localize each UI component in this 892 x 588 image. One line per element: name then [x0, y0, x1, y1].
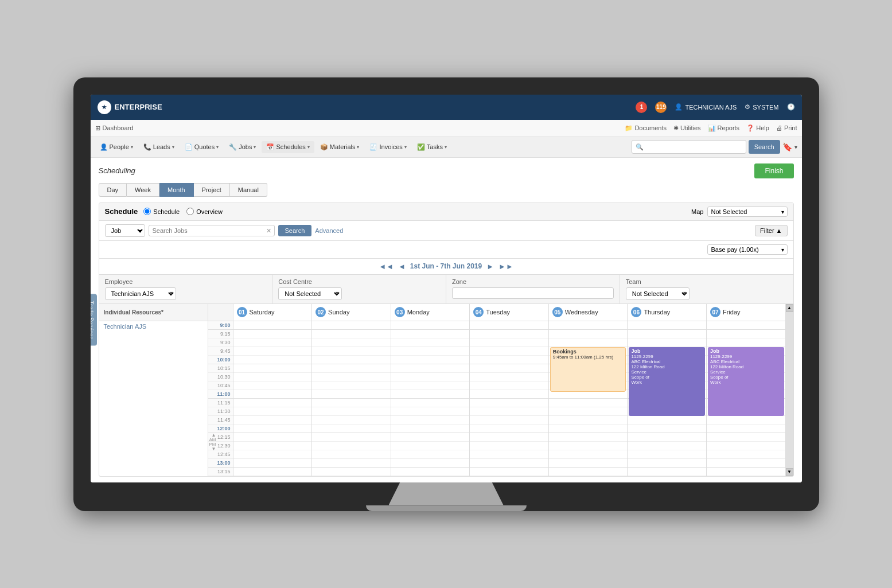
row	[233, 450, 312, 459]
scroll-track[interactable]	[786, 312, 793, 468]
tab-project[interactable]: Project	[194, 183, 230, 197]
radio-overview[interactable]: Overview	[186, 208, 223, 215]
menu-people[interactable]: 👤 People ▾	[95, 141, 138, 153]
global-search-input[interactable]	[644, 143, 742, 150]
filter-button[interactable]: Filter ▲	[755, 225, 787, 236]
bookmark-icon[interactable]: 🔖	[782, 142, 792, 151]
scroll-up[interactable]: ▲	[786, 304, 793, 312]
map-label: Map	[691, 208, 703, 215]
day-num-05: 05	[552, 307, 563, 317]
zone-filter-label: Zone	[452, 278, 614, 285]
advanced-search-link[interactable]: Advanced	[315, 227, 343, 234]
thu-job-scope: Scope of	[631, 375, 703, 380]
help-link[interactable]: ❓ Help	[746, 124, 769, 132]
team-select[interactable]: Not Selected	[626, 287, 690, 300]
map-select[interactable]: Not Selected	[707, 207, 788, 217]
clock-icon[interactable]: 🕐	[787, 103, 795, 111]
scroll-down[interactable]: ▼	[786, 468, 793, 476]
vertical-scrollbar[interactable]: ▲ ▼	[785, 304, 793, 476]
radio-schedule-input[interactable]	[143, 208, 151, 215]
job-search-input[interactable]	[149, 225, 275, 236]
schedule-toolbar: Schedule Schedule Overview	[99, 203, 793, 221]
time-slot-1315: 13:15	[208, 468, 233, 476]
menu-leads[interactable]: 📞 Leads ▾	[139, 141, 179, 153]
row	[312, 425, 391, 433]
utilities-link[interactable]: ✱ Utilities	[673, 124, 701, 132]
finish-button[interactable]: Finish	[754, 163, 793, 178]
zone-input[interactable]	[452, 287, 614, 299]
row	[391, 459, 470, 468]
tab-week[interactable]: Week	[127, 183, 159, 197]
time-slot-1030: 10:30	[208, 373, 233, 381]
next-next-button[interactable]: ►►	[498, 262, 513, 271]
menu-jobs[interactable]: 🔧 Jobs ▾	[224, 141, 260, 153]
job-event-friday[interactable]: Job 1129-2299 ABC Electrical 122 Milton …	[708, 347, 784, 416]
radio-schedule[interactable]: Schedule	[143, 208, 180, 215]
menu-materials[interactable]: 📦 Materials ▾	[315, 141, 364, 153]
menu-schedules[interactable]: 📅 Schedules ▾	[262, 141, 314, 153]
row	[628, 468, 706, 476]
day-col-wed[interactable]: Bookings 9:45am to 11:00am (1.25 hrs)	[549, 321, 628, 476]
row	[470, 407, 548, 416]
system-menu[interactable]: ⚙ SYSTEM	[745, 103, 778, 111]
pay-rate-select[interactable]: Base pay (1.00x)	[707, 244, 788, 255]
row	[312, 399, 391, 407]
employee-select[interactable]: Technician AJS	[105, 287, 176, 300]
row	[549, 459, 628, 468]
day-headers: 01 Saturday 02 Sunday 03 Monday	[208, 304, 785, 321]
menu-jobs-label: Jobs	[239, 143, 252, 150]
row	[549, 450, 628, 459]
documents-link[interactable]: 📁 Documents	[625, 124, 667, 132]
system-label: SYSTEM	[753, 104, 778, 111]
top-nav-right: 1 119 👤 TECHNICIAN AJS ⚙ SYSTEM 🕐	[636, 102, 794, 113]
print-link[interactable]: 🖨 Print	[776, 124, 797, 131]
prev-prev-button[interactable]: ◄◄	[379, 262, 394, 271]
radio-schedule-label: Schedule	[153, 208, 180, 215]
row	[312, 433, 391, 442]
menu-tasks[interactable]: ✅ Tasks ▾	[412, 141, 451, 153]
global-search-button[interactable]: Search	[749, 140, 780, 154]
prev-button[interactable]: ◄	[398, 262, 406, 271]
user-menu[interactable]: 👤 TECHNICIAN AJS	[675, 103, 737, 111]
job-event-thursday[interactable]: Job 1129-2299 ABC Electrical 122 Milton …	[629, 347, 705, 416]
jobs-dropdown-arrow: ▾	[254, 145, 256, 150]
dashboard-link[interactable]: ⊞ Dashboard	[95, 124, 134, 132]
next-button[interactable]: ►	[486, 262, 494, 271]
job-type-select[interactable]: Job	[105, 224, 145, 237]
menu-quotes[interactable]: 📄 Quotes ▾	[180, 141, 223, 153]
radio-overview-input[interactable]	[186, 208, 194, 215]
search-clear-icon[interactable]: ✕	[266, 227, 271, 234]
row	[707, 416, 785, 425]
tab-day[interactable]: Day	[99, 183, 127, 197]
pay-rate-wrapper: Base pay (1.00x)	[707, 244, 788, 255]
tab-manual[interactable]: Manual	[230, 183, 267, 197]
people-dropdown-arrow: ▾	[131, 145, 133, 150]
menu-invoices[interactable]: 🧾 Invoices ▾	[365, 141, 411, 153]
notification-badge-2[interactable]: 119	[655, 102, 667, 113]
time-slot-900: 9:00	[208, 321, 233, 330]
calendar-grid-container: Individual Resources* Technician AJS 01	[99, 304, 793, 476]
day-header-fri: 07 Friday	[707, 304, 785, 321]
cost-centre-select-wrapper: Not Selected	[278, 285, 342, 300]
bookmark-dropdown-arrow[interactable]: ▾	[794, 144, 797, 150]
fri-job-address: 122 Milton Road	[710, 364, 782, 369]
day-col-fri[interactable]: Job 1129-2299 ABC Electrical 122 Milton …	[707, 321, 785, 476]
row	[391, 399, 470, 407]
row	[470, 347, 548, 356]
row	[628, 321, 706, 330]
cost-centre-select[interactable]: Not Selected	[278, 287, 342, 300]
trade-services-tab[interactable]: Trade Services	[91, 294, 97, 346]
time-slot-1300: 13:00	[208, 459, 233, 468]
row	[391, 425, 470, 433]
view-radio-group: Schedule Overview	[143, 208, 223, 215]
notification-badge-1[interactable]: 1	[636, 102, 647, 113]
row	[549, 425, 628, 433]
tab-month[interactable]: Month	[159, 183, 194, 197]
fri-job-num: 1129-2299	[710, 354, 782, 359]
reports-link[interactable]: 📊 Reports	[708, 124, 740, 132]
day-col-mon	[391, 321, 470, 476]
job-search-button[interactable]: Search	[278, 225, 312, 236]
day-col-thu[interactable]: Job 1129-2299 ABC Electrical 122 Milton …	[628, 321, 707, 476]
booking-event[interactable]: Bookings 9:45am to 11:00am (1.25 hrs)	[550, 347, 626, 392]
global-search-box[interactable]: 🔍	[632, 140, 746, 154]
